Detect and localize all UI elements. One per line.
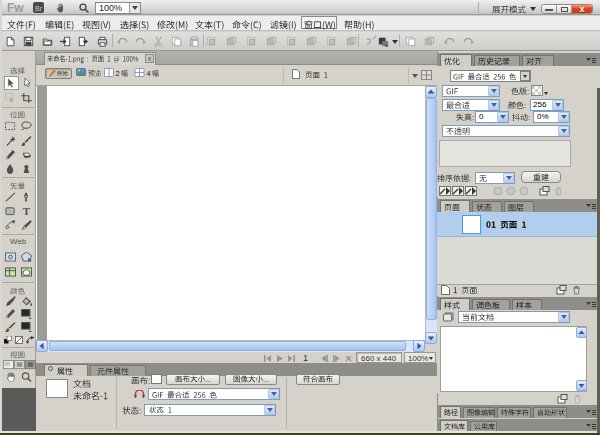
svg-text:T: T bbox=[23, 206, 31, 216]
svg-text:Br: Br bbox=[35, 5, 43, 12]
